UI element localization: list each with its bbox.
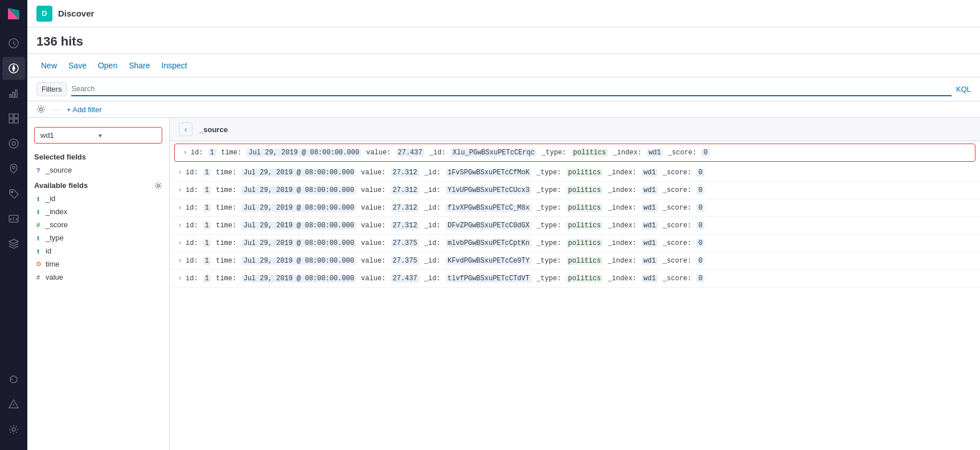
field-value-_index: wd1	[642, 257, 658, 265]
field-value-_id: 1FvSPGwBSxuPETcCfMoK	[446, 169, 531, 177]
nav-icon-canvas[interactable]	[2, 132, 25, 155]
filters-label: Filters	[36, 82, 67, 96]
sidebar: wd1 ▾ Selected fields ? _source Availabl…	[27, 118, 170, 450]
field-label-value: value:	[361, 169, 389, 177]
field-label-id: id:	[186, 275, 202, 283]
nav-icon-discover[interactable]	[2, 57, 25, 80]
field-label-_score: _score:	[663, 204, 696, 212]
field-type-question: ?	[34, 167, 42, 174]
field-value-_score: 0	[702, 149, 709, 157]
nav-icon-visualize[interactable]	[2, 82, 25, 105]
nav-icon-refresh[interactable]	[2, 368, 25, 391]
field-type-t: t	[34, 248, 42, 255]
kibana-logo[interactable]	[5, 5, 23, 23]
field-value-value: 27.437	[396, 149, 424, 157]
sidebar-field-score[interactable]: # _score	[27, 218, 169, 231]
nav-icon-stack[interactable]	[2, 232, 25, 255]
nav-icon-devtools[interactable]	[2, 207, 25, 230]
toggle-sidebar-button[interactable]: ‹	[179, 122, 192, 136]
field-value-id: 1	[203, 204, 211, 212]
field-value-time: Jul 29, 2019 @ 08:00:00.000	[241, 222, 355, 230]
table-row[interactable]: › id: 1 time: Jul 29, 2019 @ 08:00:00.00…	[174, 144, 975, 162]
index-pattern-dropdown[interactable]: wd1 ▾	[34, 127, 162, 144]
field-value-id: 1	[203, 257, 211, 265]
sidebar-field-value[interactable]: # value	[27, 271, 169, 284]
kql-button[interactable]: KQL	[956, 85, 971, 93]
field-label-id: id:	[191, 149, 207, 157]
table-row[interactable]: › id: 1 time: Jul 29, 2019 @ 08:00:00.00…	[170, 235, 980, 252]
save-button[interactable]: Save	[64, 59, 91, 72]
selected-field-source[interactable]: ? _source	[27, 163, 169, 177]
field-label-_score: _score:	[663, 186, 696, 194]
field-value-_type: politics	[567, 204, 603, 212]
field-label-_index: _index:	[608, 222, 641, 230]
field-label-time: time:	[216, 186, 240, 194]
field-label-value: value:	[361, 275, 389, 283]
row-expand-button[interactable]: ›	[179, 239, 181, 247]
sidebar-field-id2[interactable]: t id	[27, 244, 169, 257]
sidebar-field-id[interactable]: t _id	[27, 192, 169, 205]
filter-gear-button[interactable]	[36, 105, 46, 114]
svg-rect-7	[15, 90, 17, 97]
alert-icon	[8, 399, 19, 410]
row-expand-button[interactable]: ›	[179, 274, 181, 282]
search-bar: Filters KQL	[27, 77, 980, 101]
results-area: ‹ _source › id: 1 time: Jul 29, 2019 @ 0…	[170, 118, 980, 450]
row-expand-button[interactable]: ›	[179, 186, 181, 194]
field-label-_id: _id:	[424, 222, 445, 230]
field-value-_id: KFvdPGwBSxuPETcCe9TY	[446, 257, 531, 265]
sidebar-field-index[interactable]: t _index	[27, 205, 169, 218]
field-name-id: id	[46, 247, 51, 255]
inspect-button[interactable]: Inspect	[157, 59, 192, 72]
compass-icon	[8, 63, 19, 74]
share-button[interactable]: Share	[124, 59, 154, 72]
svg-rect-8	[9, 114, 13, 118]
nav-icon-management[interactable]	[2, 418, 25, 441]
available-fields-settings-button[interactable]	[154, 182, 162, 190]
selected-fields-title: Selected fields	[27, 148, 169, 163]
field-name-_type: _type	[46, 234, 64, 242]
table-row[interactable]: › id: 1 time: Jul 29, 2019 @ 08:00:00.00…	[170, 270, 980, 288]
field-value-_id: Xlu_PGwBSxuPETcCErqc	[451, 149, 536, 157]
nav-icon-settings[interactable]	[2, 182, 25, 205]
search-input[interactable]	[71, 84, 952, 93]
source-column-label: _source	[199, 125, 228, 134]
field-label-time: time:	[216, 204, 240, 212]
field-label-id: id:	[186, 239, 202, 247]
index-pattern-value: wd1	[40, 131, 99, 140]
field-value-_score: 0	[696, 186, 704, 194]
nav-icon-dashboard[interactable]	[2, 107, 25, 130]
dropdown-chevron: ▾	[99, 132, 157, 140]
sidebar-field-type[interactable]: t _type	[27, 231, 169, 244]
table-row[interactable]: › id: 1 time: Jul 29, 2019 @ 08:00:00.00…	[170, 164, 980, 182]
table-row[interactable]: › id: 1 time: Jul 29, 2019 @ 08:00:00.00…	[170, 217, 980, 235]
field-name-value: value	[46, 273, 63, 281]
field-name-time: time	[46, 260, 60, 268]
row-expand-button[interactable]: ›	[179, 221, 181, 229]
sidebar-field-time[interactable]: ⊙ time	[27, 257, 169, 271]
nav-icon-clock[interactable]	[2, 32, 25, 55]
field-label-_index: _index:	[608, 204, 641, 212]
open-button[interactable]: Open	[93, 59, 122, 72]
svg-point-14	[13, 166, 15, 169]
nav-icon-alerts[interactable]	[2, 393, 25, 416]
data-rows-container: › id: 1 time: Jul 29, 2019 @ 08:00:00.00…	[170, 144, 980, 288]
new-button[interactable]: New	[36, 59, 61, 72]
field-label-id: id:	[186, 257, 202, 265]
row-expand-button[interactable]: ›	[179, 256, 181, 264]
row-expand-button[interactable]: ›	[184, 148, 186, 156]
refresh-icon	[8, 374, 19, 385]
nav-icon-maps[interactable]	[2, 157, 25, 180]
field-type-t: t	[34, 235, 42, 242]
field-value-value: 27.375	[391, 257, 419, 265]
field-value-id: 1	[203, 239, 211, 247]
row-expand-button[interactable]: ›	[179, 203, 181, 211]
table-row[interactable]: › id: 1 time: Jul 29, 2019 @ 08:00:00.00…	[170, 199, 980, 217]
table-row[interactable]: › id: 1 time: Jul 29, 2019 @ 08:00:00.00…	[170, 252, 980, 270]
add-filter-button[interactable]: + Add filter	[67, 105, 102, 114]
field-label-id: id:	[186, 169, 202, 177]
field-value-id: 1	[208, 149, 216, 157]
row-expand-button[interactable]: ›	[179, 168, 181, 176]
table-row[interactable]: › id: 1 time: Jul 29, 2019 @ 08:00:00.00…	[170, 182, 980, 199]
field-value-_id: flvXPGwBSxuPETcC_M8x	[446, 204, 531, 212]
